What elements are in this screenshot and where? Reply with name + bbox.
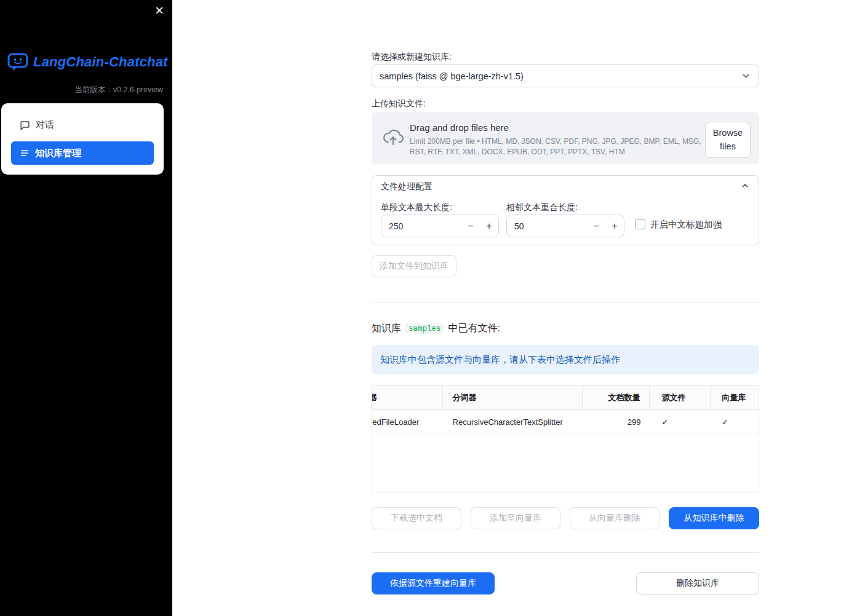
kb-files-prefix: 知识库 [372,322,401,335]
info-banner-text: 知识库中包含源文件与向量库，请从下表中选择文件后操作 [380,354,620,366]
cloud-upload-icon [382,128,404,149]
rebuild-vector-store-button[interactable]: 依据源文件重建向量库 [372,572,495,594]
table-header-doc-count[interactable]: 文档数量 [583,386,650,409]
overlap-size-value[interactable]: 50 [507,221,587,231]
cell-splitter: RecursiveCharacterTextSplitter [443,410,583,433]
zh-title-enhance-label[interactable]: 开启中文标题加强 [650,219,722,231]
chunk-size-input[interactable]: 250 − + [381,215,499,237]
kb-files-heading: 知识库 samples 中已有文件: [372,322,500,335]
chunk-size-label: 单段文本最大长度: [381,202,452,213]
zh-title-enhance-checkbox[interactable] [635,219,645,229]
divider [372,552,759,553]
add-to-vector-store-button[interactable]: 添加至向量库 [471,507,560,529]
chunk-size-value[interactable]: 250 [381,221,461,231]
download-selected-button[interactable]: 下载选中文档 [372,507,461,529]
cell-source-file-check: ✓ [650,410,711,433]
divider [372,302,759,302]
sidebar: × LangChain-Chatchat 当前版本：v0.2.6-preview… [0,0,172,616]
menu-item-label: 知识库管理 [35,148,81,159]
chunk-size-decrement-button[interactable]: − [461,221,480,232]
kb-name-code: samples [405,323,444,334]
add-files-to-kb-button[interactable]: 添加文件到知识库 [372,255,456,277]
logo-chat-icon [7,53,28,71]
sidebar-item-chat[interactable]: 对话 [11,113,154,136]
kb-files-suffix: 中已有文件: [448,322,500,335]
logo-text: LangChain-Chatchat [33,54,168,70]
kb-select-label: 请选择或新建知识库: [372,52,452,63]
file-config-expander: 文件处理配置 单段文本最大长度: 相邻文本重合长度: 250 − + 50 − … [372,175,759,245]
sidebar-close-button[interactable]: × [155,2,164,18]
table-header-loader[interactable]: 器 [372,386,443,409]
expander-title: 文件处理配置 [381,181,432,192]
main-content: 请选择或新建知识库: samples (faiss @ bge-large-zh… [372,0,759,616]
table-row[interactable]: redFileLoader RecursiveCharacterTextSpli… [372,410,759,434]
expander-header[interactable]: 文件处理配置 [372,176,759,198]
remove-from-vector-store-button[interactable]: 从向量库删除 [570,507,660,529]
kb-select-dropdown[interactable]: samples (faiss @ bge-large-zh-v1.5) [372,65,759,87]
info-banner: 知识库中包含源文件与向量库，请从下表中选择文件后操作 [372,345,759,374]
menu-item-label: 对话 [36,119,54,131]
sidebar-menu: 对话 知识库管理 [1,103,164,175]
chevron-up-icon [740,181,750,193]
list-icon [20,148,30,158]
cell-vector-store-check: ✓ [711,410,759,433]
version-label: 当前版本：v0.2.6-preview [0,85,163,95]
cell-loader: redFileLoader [372,410,443,433]
files-table: 器 分词器 文档数量 源文件 向量库 redFileLoader Recursi… [372,385,759,492]
dropzone-limit-text: Limit 200MB per file • HTML, MD, JSON, C… [410,136,709,158]
upload-label: 上传知识文件: [372,98,426,109]
chunk-size-increment-button[interactable]: + [480,221,498,232]
app-logo: LangChain-Chatchat [7,53,167,71]
browse-files-button[interactable]: Browse files [705,122,751,158]
overlap-size-label: 相邻文本重合长度: [506,202,578,213]
delete-kb-button[interactable]: 删除知识库 [636,572,759,594]
overlap-size-input[interactable]: 50 − + [506,215,624,237]
overlap-size-decrement-button[interactable]: − [587,221,605,232]
sidebar-item-knowledge-base[interactable]: 知识库管理 [11,141,154,165]
overlap-size-increment-button[interactable]: + [605,221,624,232]
kb-select-value: samples (faiss @ bge-large-zh-v1.5) [380,71,741,81]
file-actions-row: 下载选中文档 添加至向量库 从向量库删除 从知识库中删除 [372,507,759,529]
chat-bubble-icon [20,120,30,130]
cell-doc-count: 299 [583,410,650,433]
dropzone-title: Drag and drop files here [410,122,509,133]
chevron-down-icon [741,71,751,81]
table-header-row: 器 分词器 文档数量 源文件 向量库 [372,386,759,410]
table-header-source-file[interactable]: 源文件 [650,386,711,409]
file-dropzone[interactable]: Drag and drop files here Limit 200MB per… [372,112,759,164]
delete-from-kb-button[interactable]: 从知识库中删除 [669,507,759,529]
table-header-vector-store[interactable]: 向量库 [711,386,759,409]
table-header-splitter[interactable]: 分词器 [443,386,583,409]
